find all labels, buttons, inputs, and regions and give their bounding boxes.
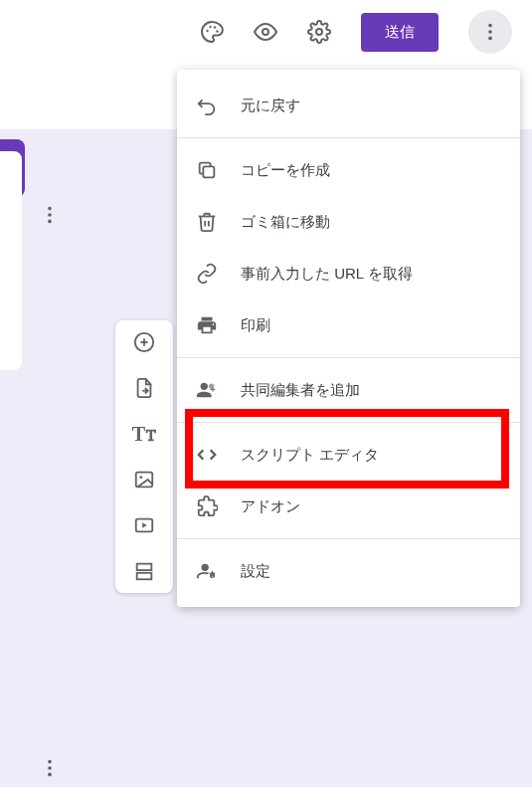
svg-point-28 (202, 564, 209, 571)
question-more-icon[interactable] (28, 193, 72, 237)
svg-point-12 (48, 760, 52, 764)
svg-point-1 (209, 26, 211, 28)
menu-separator (177, 137, 520, 138)
more-vert-icon[interactable] (468, 10, 512, 54)
send-button[interactable]: 送信 (361, 13, 439, 52)
svg-point-20 (139, 476, 142, 479)
svg-rect-23 (137, 564, 152, 570)
svg-point-7 (488, 30, 492, 34)
menu-item-script-editor[interactable]: スクリプト エディタ (177, 429, 520, 481)
svg-point-0 (206, 30, 208, 32)
person-gear-icon (195, 559, 219, 583)
menu-item-settings[interactable]: 設定 (177, 545, 520, 597)
svg-point-10 (48, 213, 52, 217)
footer-more-icon[interactable] (28, 746, 72, 787)
undo-icon (195, 94, 219, 117)
section-icon[interactable] (132, 559, 156, 583)
people-add-icon (195, 378, 219, 402)
menu-item-trash[interactable]: ゴミ箱に移動 (177, 196, 520, 248)
menu-label: アドオン (241, 497, 300, 516)
menu-separator (177, 357, 520, 358)
svg-point-6 (488, 24, 492, 28)
menu-item-undo[interactable]: 元に戻す (177, 80, 520, 131)
svg-rect-24 (137, 573, 152, 579)
menu-item-print[interactable]: 印刷 (177, 299, 520, 351)
add-question-icon[interactable] (132, 330, 156, 354)
svg-point-27 (209, 384, 215, 390)
menu-label: 事前入力した URL を取得 (241, 265, 413, 284)
video-icon[interactable] (132, 513, 156, 537)
svg-rect-25 (203, 166, 214, 177)
code-icon (195, 443, 219, 467)
link-icon (195, 262, 219, 286)
svg-point-3 (216, 30, 218, 32)
image-icon[interactable] (132, 468, 156, 492)
import-icon[interactable] (132, 376, 156, 400)
menu-item-prefill-url[interactable]: 事前入力した URL を取得 (177, 248, 520, 299)
puzzle-icon (195, 494, 219, 518)
svg-point-14 (48, 773, 52, 777)
menu-label: ゴミ箱に移動 (241, 213, 330, 232)
svg-point-2 (214, 26, 216, 28)
palette-icon[interactable] (200, 20, 224, 44)
svg-point-5 (316, 29, 322, 35)
svg-point-13 (48, 766, 52, 770)
menu-separator (177, 538, 520, 539)
svg-point-9 (48, 207, 52, 211)
svg-marker-22 (142, 522, 147, 528)
menu-item-add-collaborator[interactable]: 共同編集者を追加 (177, 364, 520, 416)
svg-point-11 (48, 220, 52, 224)
menu-label: スクリプト エディタ (241, 446, 379, 465)
print-icon (195, 313, 219, 337)
eye-icon[interactable] (254, 20, 277, 44)
menu-label: コピーを作成 (241, 161, 330, 180)
svg-point-8 (488, 37, 492, 41)
text-icon[interactable]: Tᴛ (132, 422, 156, 446)
trash-icon (195, 210, 219, 234)
menu-label: 設定 (241, 562, 270, 581)
menu-label: 共同編集者を追加 (241, 381, 360, 400)
menu-item-copy[interactable]: コピーを作成 (177, 144, 520, 196)
header-toolbar: 送信 (0, 0, 532, 64)
copy-icon (195, 158, 219, 182)
form-card-edge (0, 151, 22, 370)
side-toolbar: Tᴛ (115, 320, 173, 593)
gear-icon[interactable] (307, 20, 331, 44)
svg-point-26 (201, 383, 208, 390)
menu-label: 元に戻す (241, 97, 300, 115)
menu-item-addons[interactable]: アドオン (177, 481, 520, 532)
svg-point-4 (263, 29, 268, 35)
menu-separator (177, 422, 520, 423)
menu-label: 印刷 (241, 316, 270, 335)
more-menu: 元に戻す コピーを作成 ゴミ箱に移動 事前入力した URL を取得 印刷 共同編… (177, 70, 520, 607)
svg-rect-19 (136, 473, 153, 488)
